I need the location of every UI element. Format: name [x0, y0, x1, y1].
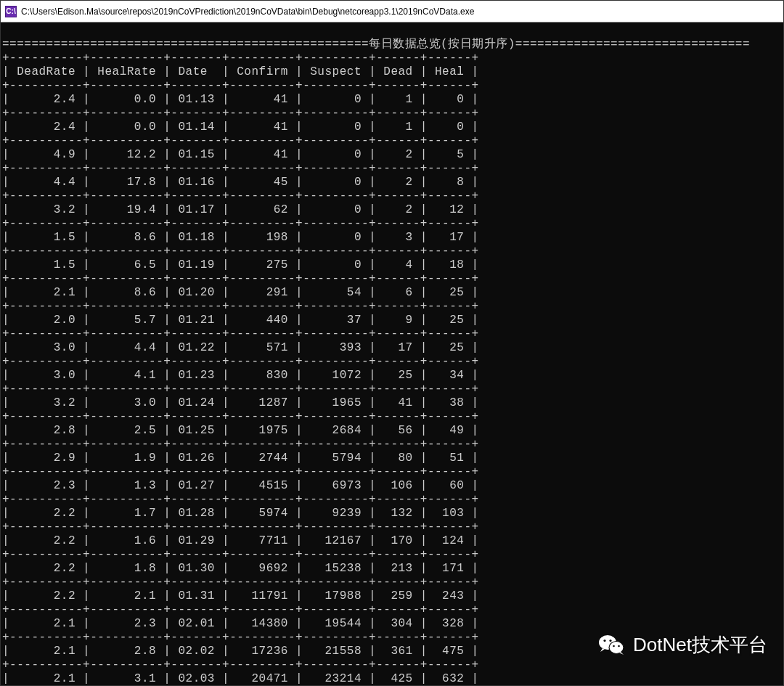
title-bar[interactable]: C:\ C:\Users\Edison.Ma\source\repos\2019… — [1, 1, 783, 23]
window-title: C:\Users\Edison.Ma\source\repos\2019nCoV… — [21, 7, 474, 17]
watermark: DotNet技术平台 — [597, 630, 767, 659]
console-window: C:\ C:\Users\Edison.Ma\source\repos\2019… — [0, 0, 784, 686]
app-icon: C:\ — [5, 6, 17, 17]
watermark-text: DotNet技术平台 — [633, 632, 767, 658]
svg-point-5 — [613, 645, 615, 648]
svg-marker-7 — [600, 648, 605, 652]
svg-point-4 — [609, 640, 611, 642]
wechat-icon — [597, 630, 626, 659]
svg-point-6 — [618, 645, 620, 648]
svg-point-2 — [609, 642, 624, 654]
svg-point-3 — [603, 640, 605, 642]
console-output[interactable]: ========================================… — [1, 23, 783, 685]
